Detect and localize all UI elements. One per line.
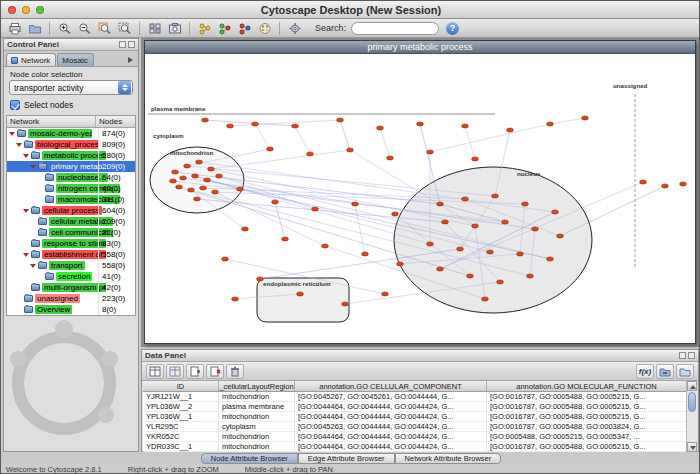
graph-node[interactable] [184,164,191,168]
hide-selected-button[interactable] [145,20,164,37]
graph-node[interactable] [382,292,389,296]
close-panel-button[interactable] [128,41,135,48]
graph-node[interactable] [387,156,394,160]
graph-node[interactable] [377,126,384,130]
tree-item-response-to-stimul[interactable]: response to stimul...83(0) [7,238,135,249]
expand-toggle-icon[interactable] [22,152,30,160]
column-header-go-molecular-function[interactable]: annotation.GO MOLECULAR_FUNCTION [487,381,687,391]
float-panel-button[interactable] [119,41,126,48]
graph-node[interactable] [212,190,219,194]
tab-mosaic[interactable]: Mosaic [57,53,93,66]
graph-node[interactable] [507,128,514,132]
open-attributes-button[interactable] [676,364,694,379]
graph-node[interactable] [547,257,554,261]
graph-node[interactable] [362,252,369,256]
graph-node[interactable] [347,148,354,152]
graph-node[interactable] [397,262,404,266]
node-color-attribute-select[interactable]: transporter activity [9,80,133,95]
graph-node[interactable] [188,188,195,192]
search-input[interactable] [351,22,439,35]
expand-toggle-icon[interactable] [22,207,30,215]
graph-node[interactable] [497,280,504,284]
graph-node[interactable] [640,180,647,184]
graph-node[interactable] [472,157,479,161]
expand-toggle-icon[interactable] [22,251,30,259]
vizmapper-button[interactable] [255,20,274,37]
float-data-panel-button[interactable] [679,352,686,359]
graph-node[interactable] [252,122,259,126]
table-row-ypl036w-1[interactable]: YPL036W__1mitochondrion[GO:0044464, GO:0… [143,412,687,422]
graph-node[interactable] [462,124,469,128]
select-attributes-button[interactable] [146,364,164,379]
tree-column-network[interactable]: Network [7,116,96,127]
graph-node[interactable] [200,186,207,190]
column-header-go-cellular-component[interactable]: annotation.GO CELLULAR_COMPONENT [295,381,487,391]
graph-node[interactable] [196,160,203,164]
graph-node[interactable] [487,250,494,254]
graph-node[interactable] [662,184,669,188]
table-row-ypl036w-2[interactable]: YPL036W__2plasma membrane[GO:0044464, GO… [143,402,687,412]
column-header-cellular-layout-region[interactable]: _cellularLayoutRegion [219,381,295,391]
graph-node[interactable] [337,118,344,122]
table-row-ylr295c[interactable]: YLR295Ccytoplasm[GO:0045263, GO:0044444,… [143,422,687,432]
graph-node[interactable] [222,257,229,261]
graph-node[interactable] [237,187,244,191]
graph-node[interactable] [472,224,479,228]
graph-node[interactable] [297,292,304,296]
graph-node[interactable] [242,227,249,231]
table-row-ydr039c-1[interactable]: YDR039C__1mitochondrion[GO:0044464, GO:0… [143,442,687,452]
tree-item-metabolic-process[interactable]: metabolic process280(0) [7,150,135,161]
tree-item-cell-communicat[interactable]: cell communicat...22(0) [7,227,135,238]
graph-node[interactable] [427,242,434,246]
graph-node[interactable] [180,176,187,180]
new-attribute-button[interactable] [186,364,204,379]
tab-network-attribute-browser[interactable]: Network Attribute Browser [395,453,502,464]
clear-table-button[interactable] [226,364,244,379]
graph-node[interactable] [170,179,177,183]
graph-node[interactable] [267,147,274,151]
graph-node[interactable] [527,274,534,278]
graph-node[interactable] [427,150,434,154]
graph-node[interactable] [307,152,314,156]
expand-toggle-icon[interactable] [15,141,23,149]
tree-item-macromolecule[interactable]: macromolecule...311(0) [7,194,135,205]
expand-toggle-icon[interactable] [29,262,37,270]
create-network-view-button[interactable] [165,20,184,37]
graph-node[interactable] [517,252,524,256]
destroy-network-button[interactable] [235,20,254,37]
graph-node[interactable] [557,234,564,238]
tab-scroll-right-button[interactable] [126,54,136,66]
scroll-thumb[interactable] [688,392,696,412]
graph-node[interactable] [582,116,589,120]
tree-item-transport[interactable]: transport558(0) [7,260,135,271]
graph-node[interactable] [680,182,687,186]
new-network-from-selection-button[interactable] [215,20,234,37]
graph-node[interactable] [482,297,489,301]
tree-item-establishment-of-lo[interactable]: establishment of lo...558(0) [7,249,135,260]
zoom-in-button[interactable] [55,20,74,37]
zoom-window-button[interactable] [36,6,44,14]
tree-item-nucleobase[interactable]: nucleobase...64(0) [7,172,135,183]
tree-item-unassigned[interactable]: unassigned223(0) [7,293,135,304]
graph-node[interactable] [457,247,464,251]
zoom-selected-region-button[interactable] [95,20,114,37]
graph-node[interactable] [204,178,211,182]
graph-node[interactable] [467,274,474,278]
graph-node[interactable] [352,202,359,206]
graph-node[interactable] [292,124,299,128]
unselect-attributes-button[interactable] [166,364,184,379]
graph-node[interactable] [437,202,444,206]
tree-column-nodes[interactable]: Nodes [96,116,135,127]
tree-item-primary-metab[interactable]: primary metab...209(0) [7,161,135,172]
graph-node[interactable] [227,124,234,128]
graph-node[interactable] [552,210,559,214]
delete-attribute-button[interactable] [206,364,224,379]
graph-node[interactable] [192,174,199,178]
scroll-down-button[interactable] [687,442,697,452]
network-view-frame[interactable]: primary metabolic process plasma membran… [144,40,696,344]
table-row-yjr121w-1[interactable]: YJR121W__1mitochondrion[GO:0045267, GO:0… [143,392,687,402]
tree-item-biological-process[interactable]: biological_process809(0) [7,139,135,150]
graph-node[interactable] [502,220,509,224]
graph-node[interactable] [282,237,289,241]
close-data-panel-button[interactable] [688,352,695,359]
